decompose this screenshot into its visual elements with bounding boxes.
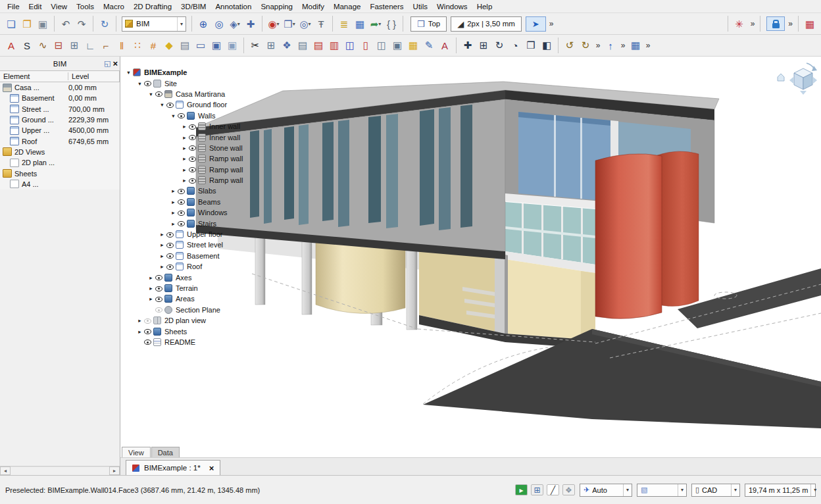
tree-item[interactable]: Ramp wall: [124, 153, 243, 164]
tree-item[interactable]: Site: [124, 78, 243, 88]
expand-arrow-icon[interactable]: [147, 91, 155, 97]
tree-item[interactable]: README: [124, 337, 243, 347]
tool-button[interactable]: ▤: [177, 37, 193, 54]
bim-panel-row[interactable]: Street ... 700,00 mm: [0, 104, 120, 114]
expand-arrow-icon[interactable]: [147, 295, 155, 302]
status-toggle-button[interactable]: ▸: [515, 484, 528, 495]
tree-item[interactable]: Ramp wall: [124, 164, 243, 175]
menu-item[interactable]: Fasteners: [365, 1, 408, 12]
toolbar-button[interactable]: ◈▾: [227, 15, 243, 32]
viewport-tab[interactable]: View: [122, 447, 151, 457]
tool-button[interactable]: ⊞: [66, 37, 82, 54]
expand-arrow-icon[interactable]: [170, 113, 177, 119]
tool-button[interactable]: ▤: [311, 37, 326, 54]
tool-button[interactable]: »: [643, 37, 653, 54]
visibility-eye-icon[interactable]: [188, 176, 197, 185]
lock-toggle-button[interactable]: [766, 16, 785, 31]
close-panel-button[interactable]: ×: [112, 59, 118, 68]
tool-button[interactable]: ✚: [460, 37, 476, 54]
tool-button[interactable]: ‖: [114, 37, 130, 54]
tool-button[interactable]: ▤: [295, 37, 311, 54]
expand-arrow-icon[interactable]: [170, 199, 177, 205]
chevron-down-icon[interactable]: ▾: [810, 484, 819, 496]
toolbar-overflow-button[interactable]: »: [547, 19, 556, 28]
tree-item[interactable]: Areas: [124, 293, 243, 304]
toolbar-button[interactable]: ◎▾: [297, 15, 313, 32]
visibility-eye-icon[interactable]: [155, 284, 164, 293]
bim-panel-row[interactable]: Sheets: [0, 168, 120, 178]
tool-button[interactable]: [243, 38, 244, 53]
expand-arrow-icon[interactable]: [170, 220, 177, 227]
tool-button[interactable]: ❖: [279, 37, 295, 54]
tree-item[interactable]: Roof: [124, 261, 243, 272]
tool-button[interactable]: ▦: [405, 37, 421, 54]
visibility-eye-icon[interactable]: [166, 263, 175, 271]
tool-button[interactable]: ✂: [247, 37, 263, 54]
visibility-eye-icon[interactable]: [143, 79, 153, 88]
expand-arrow-icon[interactable]: [147, 274, 155, 281]
tree-item[interactable]: Inner wall: [124, 121, 243, 132]
tree-item[interactable]: Stone wall: [124, 143, 243, 153]
bim-panel-row[interactable]: Basement 0,00 mm: [0, 93, 120, 103]
visibility-eye-icon[interactable]: [177, 209, 186, 217]
tool-button[interactable]: ↺: [562, 37, 578, 54]
workspace-combobox[interactable]: BIM ▾: [122, 16, 186, 32]
view-cube[interactable]: [778, 63, 817, 95]
tool-button[interactable]: [456, 38, 457, 53]
tree-item[interactable]: Windows: [124, 207, 243, 218]
scroll-left-button[interactable]: ◂: [0, 466, 11, 475]
toolbar-button[interactable]: ↶: [58, 15, 74, 32]
toolbar-button[interactable]: ↷: [74, 15, 89, 32]
menu-item[interactable]: Snapping: [256, 1, 297, 12]
tool-button[interactable]: ⌐: [98, 37, 114, 54]
tree-item[interactable]: Stairs: [124, 218, 243, 228]
tool-button[interactable]: ▥: [326, 37, 342, 54]
expand-arrow-icon[interactable]: [136, 80, 143, 87]
viewport-tab[interactable]: Data: [151, 447, 180, 457]
status-dropdown[interactable]: ✈ Auto ▾: [580, 484, 632, 497]
tool-button[interactable]: ✎: [421, 37, 437, 54]
tool-button[interactable]: ⊞: [263, 37, 279, 54]
menu-item[interactable]: Help: [472, 1, 497, 12]
toolbar-button[interactable]: ❏: [3, 15, 19, 32]
visibility-eye-icon[interactable]: [188, 143, 197, 152]
tool-button[interactable]: A: [437, 37, 453, 54]
datagrid-button[interactable]: ▦: [802, 15, 818, 32]
tree-item[interactable]: BIMExample: [124, 67, 243, 78]
tree-item[interactable]: Section Plane: [124, 305, 243, 315]
menu-item[interactable]: Macro: [99, 1, 129, 12]
chevron-down-icon[interactable]: ▾: [623, 484, 632, 496]
tool-button[interactable]: ◧: [539, 37, 555, 54]
tree-item[interactable]: Walls: [124, 111, 243, 121]
tree-item[interactable]: Upper floor: [124, 229, 243, 239]
toolbar-overflow-button[interactable]: »: [749, 19, 757, 28]
terrain-ramp[interactable]: [423, 329, 821, 428]
expand-arrow-icon[interactable]: [181, 155, 188, 162]
toolbar-button[interactable]: Ŧ: [313, 15, 329, 32]
visibility-eye-icon[interactable]: [177, 111, 186, 120]
terrain-back[interactable]: [678, 268, 821, 328]
visibility-eye-icon[interactable]: [177, 219, 186, 228]
visibility-eye-icon[interactable]: [166, 241, 175, 249]
tool-button[interactable]: ❒: [523, 37, 539, 54]
toolbar-overflow-button[interactable]: »: [786, 19, 795, 28]
tool-button[interactable]: ⊞: [476, 37, 491, 54]
visibility-eye-icon[interactable]: [188, 122, 197, 131]
expand-arrow-icon[interactable]: [181, 177, 188, 184]
menu-item[interactable]: Edit: [24, 1, 47, 12]
bim-panel-row[interactable]: Casa ... 0,00 mm: [0, 82, 120, 93]
tree-item[interactable]: Street level: [124, 239, 243, 250]
menu-item[interactable]: View: [46, 1, 72, 12]
chevron-down-icon[interactable]: ▾: [678, 484, 686, 496]
toolbar-button[interactable]: ≣: [336, 15, 352, 32]
tool-button[interactable]: ∟: [82, 37, 98, 54]
toolbar-button[interactable]: ◎: [211, 15, 227, 32]
visibility-eye-icon[interactable]: [143, 316, 153, 325]
tool-button[interactable]: ◆: [161, 37, 177, 54]
menu-item[interactable]: Windows: [432, 1, 472, 12]
tool-button[interactable]: »: [618, 37, 628, 54]
tool-button[interactable]: ◫: [374, 37, 389, 54]
toolbar-button[interactable]: ▦: [352, 15, 368, 32]
tool-button[interactable]: ▣: [224, 37, 240, 54]
status-toggle-button[interactable]: ⊞: [531, 484, 543, 495]
